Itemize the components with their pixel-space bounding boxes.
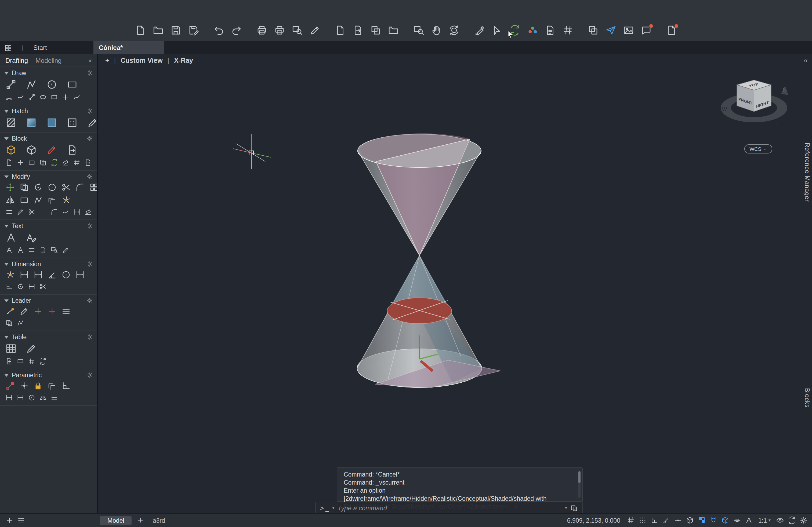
section-gear-icon[interactable] <box>86 223 93 229</box>
section-header-hatch[interactable]: Hatch <box>0 105 97 115</box>
zoom-window-icon[interactable] <box>413 25 424 36</box>
isometric-drafting-icon[interactable] <box>686 516 694 524</box>
write-block-icon[interactable] <box>67 144 78 156</box>
view-control-button[interactable]: Custom View <box>120 57 163 64</box>
command-options-caret-icon[interactable]: ▾ <box>565 506 567 510</box>
insert-field-icon[interactable] <box>5 246 13 254</box>
grid-display-icon[interactable] <box>627 516 635 524</box>
stretch-icon[interactable] <box>33 195 43 205</box>
object-snap-tracking-icon[interactable] <box>674 516 682 524</box>
explode-icon[interactable] <box>61 195 71 205</box>
circle-icon[interactable] <box>46 79 57 90</box>
erase-icon[interactable] <box>47 182 57 192</box>
share-drawing-icon[interactable] <box>605 25 617 36</box>
palette-tab-modeling[interactable]: Modeling <box>35 57 61 64</box>
align-leaders-icon[interactable] <box>61 306 71 316</box>
viewport-menu-button[interactable]: + <box>105 57 109 64</box>
multileader-icon[interactable] <box>5 306 15 316</box>
hatch-edit-icon[interactable] <box>87 117 98 128</box>
continue-dimension-icon[interactable] <box>28 283 35 290</box>
spline-icon[interactable] <box>17 93 24 101</box>
table-formula-icon[interactable] <box>28 358 35 365</box>
viewport-collapse-button[interactable]: « <box>804 56 808 64</box>
pan-icon[interactable] <box>431 25 442 36</box>
geometric-constraints-icon[interactable] <box>5 381 15 391</box>
reference-manager-tab[interactable]: Reference Manager <box>804 143 810 202</box>
command-input-bar[interactable]: > _ ▾ Type a command ▾ <box>315 502 583 514</box>
add-leader-icon[interactable] <box>33 306 43 316</box>
gradient-hatch-icon[interactable] <box>26 117 37 128</box>
new-drawing-tab-icon[interactable] <box>19 44 27 52</box>
section-header-modify[interactable]: Modify <box>0 171 97 181</box>
line-icon[interactable] <box>5 79 17 90</box>
remove-leader-icon[interactable] <box>47 306 57 316</box>
section-gear-icon[interactable] <box>86 372 93 378</box>
section-gear-icon[interactable] <box>86 261 93 267</box>
arc-icon[interactable] <box>5 93 13 101</box>
rotate-icon[interactable] <box>33 182 43 192</box>
spell-check-icon[interactable] <box>17 246 24 254</box>
section-gear-icon[interactable] <box>86 174 93 180</box>
coincident-icon[interactable] <box>19 381 29 391</box>
import-pdf-text-icon[interactable] <box>39 246 47 254</box>
dynamic-input-icon[interactable] <box>733 516 741 524</box>
multileader-style-icon[interactable] <box>17 319 24 327</box>
table-icon[interactable] <box>5 343 17 354</box>
diameter-dimension-icon[interactable] <box>61 270 71 280</box>
perpendicular-icon[interactable] <box>61 381 71 391</box>
baseline-dimension-icon[interactable] <box>75 270 85 280</box>
scale-icon[interactable] <box>19 195 29 205</box>
lengthen-icon[interactable] <box>73 208 81 216</box>
chamfer-icon[interactable] <box>50 208 58 216</box>
edit-block-icon[interactable] <box>46 144 57 156</box>
pdf-import-icon[interactable] <box>545 25 556 36</box>
plot-preview-icon[interactable] <box>292 25 303 36</box>
model-tab[interactable]: Model <box>100 515 132 525</box>
window-layout-icon[interactable] <box>4 44 12 52</box>
parallel-icon[interactable] <box>47 381 57 391</box>
export-table-icon[interactable] <box>5 358 13 365</box>
fix-icon[interactable] <box>33 381 43 391</box>
angular-dimension-icon[interactable] <box>47 270 57 280</box>
set-base-point-icon[interactable] <box>17 159 24 166</box>
ucs-selector[interactable]: WCS ⌄ <box>744 144 772 153</box>
polyline-icon[interactable] <box>26 79 37 90</box>
replace-block-icon[interactable] <box>39 159 47 166</box>
color-palette-icon[interactable] <box>527 25 538 36</box>
section-header-leader[interactable]: Leader <box>0 295 97 305</box>
undo-icon[interactable] <box>213 25 224 36</box>
tangent-icon[interactable] <box>28 394 35 402</box>
annotation-scale-button[interactable]: 1:1 ▾ <box>758 517 771 524</box>
equal-icon[interactable] <box>50 394 58 402</box>
section-header-draw[interactable]: Draw <box>0 67 97 77</box>
3d-object-snap-icon[interactable] <box>721 516 729 524</box>
export-block-icon[interactable] <box>84 159 92 166</box>
array-icon[interactable] <box>89 182 98 192</box>
polygon-icon[interactable] <box>50 93 58 101</box>
trim-icon[interactable] <box>61 182 71 192</box>
count-blocks-icon[interactable] <box>73 159 81 166</box>
section-header-block[interactable]: Block <box>0 133 97 143</box>
command-input-placeholder[interactable]: Type a command <box>337 504 562 512</box>
properties-icon[interactable] <box>5 208 13 216</box>
blend-curves-icon[interactable] <box>62 208 69 216</box>
auto-scale-icon[interactable] <box>788 516 796 524</box>
system-variables-icon[interactable] <box>562 25 574 36</box>
multiline-text-icon[interactable] <box>5 232 17 243</box>
plot-icon[interactable] <box>274 25 285 36</box>
blocks-tab[interactable]: Blocks <box>804 388 810 408</box>
mirror-icon[interactable] <box>5 195 15 205</box>
section-gear-icon[interactable] <box>86 135 93 142</box>
fillet-icon[interactable] <box>75 182 85 192</box>
section-header-text[interactable]: Text <box>0 220 97 230</box>
palette-tab-drafting[interactable]: Drafting <box>5 57 28 64</box>
attach-reference-icon[interactable] <box>370 25 381 36</box>
symmetric-icon[interactable] <box>39 394 47 402</box>
save-as-icon[interactable] <box>188 25 199 36</box>
ortho-mode-icon[interactable] <box>650 516 658 524</box>
break-icon[interactable] <box>28 208 35 216</box>
linear-dimension-icon[interactable] <box>19 270 29 280</box>
collect-leaders-icon[interactable] <box>5 319 13 327</box>
vertical-icon[interactable] <box>17 394 24 402</box>
purge-icon[interactable] <box>62 159 69 166</box>
